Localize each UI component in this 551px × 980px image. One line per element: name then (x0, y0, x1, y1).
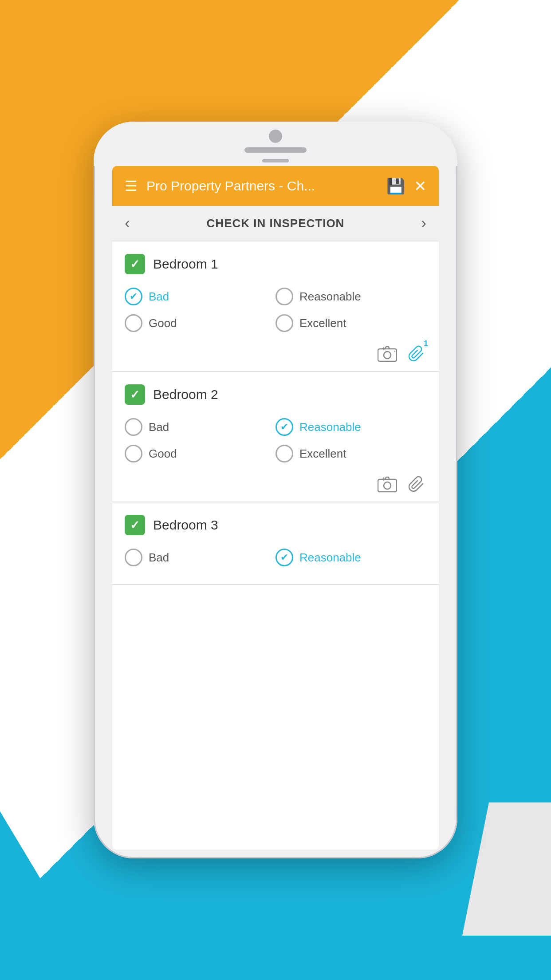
svg-point-4 (384, 482, 391, 489)
next-arrow[interactable]: › (421, 214, 426, 233)
checkmark-icon: ✓ (130, 518, 140, 532)
menu-icon[interactable]: ☰ (125, 179, 138, 193)
bedroom1-checkbox[interactable]: ✓ (125, 254, 145, 274)
phone-screen: ☰ Pro Property Partners - Ch... 💾 ✕ ‹ CH… (112, 166, 439, 850)
bedroom1-option-good[interactable]: Good (125, 314, 276, 332)
bedroom2-reasonable-radio[interactable]: ✔ (276, 418, 293, 436)
svg-text:+: + (382, 345, 386, 352)
close-icon[interactable]: ✕ (414, 177, 426, 195)
checkmark-icon: ✓ (130, 257, 140, 271)
svg-rect-0 (378, 349, 397, 361)
bedroom2-reasonable-label: Reasonable (299, 420, 361, 434)
phone-camera (269, 130, 282, 143)
top-bar: ☰ Pro Property Partners - Ch... 💾 ✕ (112, 166, 439, 206)
bedroom1-bad-radio[interactable]: ✔ (125, 288, 142, 305)
bedroom1-excellent-label: Excellent (299, 316, 346, 330)
section-bedroom3: ✓ Bedroom 3 Bad ✔ Reasonable (112, 502, 439, 585)
bedroom1-options: ✔ Bad Reasonable Good (125, 288, 426, 332)
save-icon[interactable]: 💾 (386, 177, 405, 195)
nav-bar: ‹ CHECK IN INSPECTION › (112, 206, 439, 241)
bedroom1-option-reasonable[interactable]: Reasonable (276, 288, 426, 305)
bedroom1-attachment-button[interactable]: 1 (407, 345, 426, 362)
phone-frame: ☰ Pro Property Partners - Ch... 💾 ✕ ‹ CH… (94, 122, 457, 858)
app-title: Pro Property Partners - Ch... (146, 178, 378, 194)
bedroom3-reasonable-label: Reasonable (299, 551, 361, 565)
section-bedroom1: ✓ Bedroom 1 ✔ Bad Reasonable (112, 241, 439, 372)
phone-home-indicator (262, 159, 289, 162)
section-bedroom2: ✓ Bedroom 2 Bad ✔ Reasonable (112, 372, 439, 502)
phone-top (94, 122, 457, 166)
bedroom3-option-bad[interactable]: Bad (125, 549, 276, 566)
bedroom1-option-excellent[interactable]: Excellent (276, 314, 426, 332)
bedroom2-options: Bad ✔ Reasonable Good Excel (125, 418, 426, 462)
content-area: ✓ Bedroom 1 ✔ Bad Reasonable (112, 241, 439, 850)
bedroom1-attachment-badge: 1 (424, 339, 428, 348)
bedroom1-option-bad[interactable]: ✔ Bad (125, 288, 276, 305)
bedroom1-reasonable-label: Reasonable (299, 290, 361, 304)
bedroom2-good-radio[interactable] (125, 445, 142, 462)
bedroom3-bad-label: Bad (149, 551, 169, 565)
bedroom2-actions: + (125, 471, 426, 493)
bedroom3-checkbox[interactable]: ✓ (125, 515, 145, 535)
bedroom3-option-reasonable[interactable]: ✔ Reasonable (276, 549, 426, 566)
section-bedroom2-header: ✓ Bedroom 2 (125, 384, 426, 405)
svg-rect-3 (378, 479, 397, 492)
section-bedroom3-header: ✓ Bedroom 3 (125, 515, 426, 535)
bedroom3-reasonable-radio[interactable]: ✔ (276, 549, 293, 566)
checkmark-icon: ✓ (130, 388, 140, 402)
bedroom3-options: Bad ✔ Reasonable (125, 549, 426, 566)
bedroom2-checkbox[interactable]: ✓ (125, 384, 145, 405)
bedroom2-excellent-radio[interactable] (276, 445, 293, 462)
bedroom2-option-excellent[interactable]: Excellent (276, 445, 426, 462)
bedroom1-reasonable-radio[interactable] (276, 288, 293, 305)
bedroom1-good-radio[interactable] (125, 314, 142, 332)
bedroom3-title: Bedroom 3 (153, 518, 218, 533)
bedroom3-bad-radio[interactable] (125, 549, 142, 566)
bedroom1-title: Bedroom 1 (153, 257, 218, 272)
phone-speaker (244, 147, 307, 153)
bedroom1-excellent-radio[interactable] (276, 314, 293, 332)
svg-point-1 (384, 352, 391, 359)
section-bedroom1-header: ✓ Bedroom 1 (125, 254, 426, 274)
bedroom2-option-bad[interactable]: Bad (125, 418, 276, 436)
bedroom2-camera-button[interactable]: + (378, 476, 397, 493)
bedroom2-excellent-label: Excellent (299, 447, 346, 461)
bedroom1-actions: + 1 (125, 341, 426, 362)
bedroom2-good-label: Good (149, 447, 177, 461)
prev-arrow[interactable]: ‹ (125, 214, 130, 233)
bedroom2-bad-label: Bad (149, 420, 169, 434)
bedroom1-bad-label: Bad (149, 290, 169, 304)
bedroom1-camera-button[interactable]: + (378, 345, 397, 362)
bedroom1-good-label: Good (149, 316, 177, 330)
bedroom2-option-reasonable[interactable]: ✔ Reasonable (276, 418, 426, 436)
bedroom2-attachment-button[interactable] (407, 476, 426, 493)
page-title: CHECK IN INSPECTION (207, 217, 345, 230)
bedroom2-option-good[interactable]: Good (125, 445, 276, 462)
svg-text:+: + (382, 476, 386, 482)
bedroom2-title: Bedroom 2 (153, 387, 218, 402)
bedroom2-bad-radio[interactable] (125, 418, 142, 436)
